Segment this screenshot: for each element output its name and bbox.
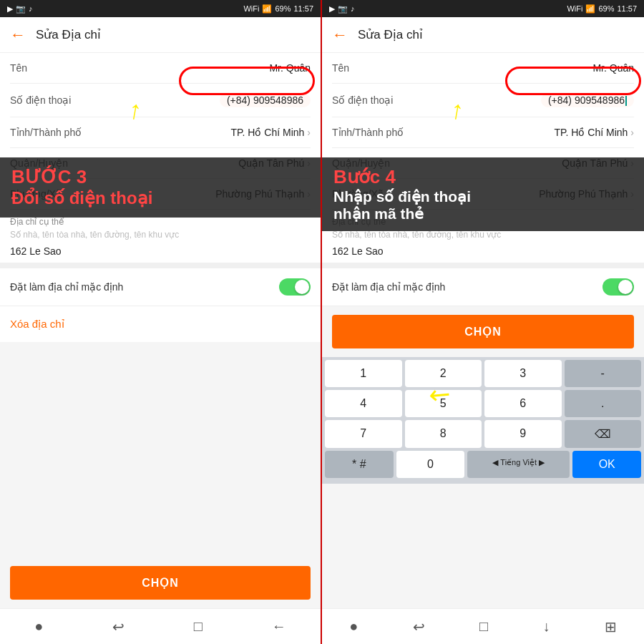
label-name-r: Tên — [332, 62, 349, 74]
address-value-left[interactable]: 162 Le Sao — [10, 243, 311, 260]
label-phone-r: Số điện thoại — [332, 94, 393, 106]
value-phone-r[interactable]: (+84) 909548986 — [541, 93, 634, 107]
status-icons-right-left: ▶ 📷 ♪ — [329, 4, 355, 14]
key-row-1: 1 2 3 - — [323, 360, 643, 387]
key-5[interactable]: 5 — [405, 390, 482, 417]
key-9[interactable]: 9 — [484, 420, 562, 448]
step4-overlay: Bước 4 Nhập số điện thoạinhận mã thẻ — [322, 157, 644, 231]
divider-right — [322, 263, 644, 268]
key-symbols[interactable]: * # — [325, 451, 394, 478]
screen-right: ▶ 📷 ♪ WiFi 📶 69% 11:57 ← Sửa Địa chỉ Tên… — [322, 0, 644, 644]
nav-back-right[interactable]: ↩ — [413, 618, 425, 635]
address-block-left: Địa chỉ cụ thể Số nhà, tên tòa nhà, tên … — [0, 210, 321, 263]
form-row-phone[interactable]: Số điện thoại (+84) 909548986 — [10, 84, 311, 117]
key-dash[interactable]: - — [565, 360, 642, 387]
page-title-right: Sửa Địa chỉ — [358, 27, 423, 42]
key-2[interactable]: 2 — [405, 360, 482, 387]
form-row-phone-r[interactable]: Số điện thoại (+84) 909548986 — [332, 84, 634, 117]
signal-icon-r: 📶 — [585, 4, 595, 14]
value-name: Mr. Quân — [269, 62, 311, 74]
camera-icon-r: 📷 — [338, 4, 348, 14]
nav-square-right[interactable]: □ — [479, 618, 488, 635]
page-title-left: Sửa Địa chỉ — [36, 27, 101, 42]
label-city: Tỉnh/Thành phố — [10, 127, 82, 138]
label-phone: Số điện thoại — [10, 94, 71, 106]
status-icons-right: WiFi 📶 69% 11:57 — [243, 4, 313, 14]
keyboard: 1 2 3 - 4 5 6 . 7 8 9 ⌫ * # 0 ◀ Tiếng Vi… — [322, 357, 644, 484]
nav-return-left[interactable]: ← — [272, 618, 286, 635]
toggle-switch-right[interactable] — [602, 278, 634, 296]
key-row-3: 7 8 9 ⌫ — [323, 420, 643, 448]
chevron-city: › — [307, 127, 311, 138]
value-name-r: Mr. Quân — [592, 62, 634, 74]
toggle-switch-left[interactable] — [279, 278, 311, 296]
bottom-nav-left: ● ↩ □ ← — [0, 608, 321, 644]
key-7[interactable]: 7 — [325, 420, 402, 448]
key-row-4: * # 0 ◀ Tiếng Việt ▶ OK — [323, 451, 643, 478]
play-icon: ▶ — [7, 4, 13, 14]
back-button-left[interactable]: ← — [10, 26, 26, 44]
wifi-icon-r: WiFi — [567, 4, 582, 13]
music-icon: ♪ — [29, 4, 33, 13]
bottom-nav-right: ● ↩ □ ↓ ⊞ — [322, 608, 644, 644]
step3-title: BƯỚC 3 — [11, 166, 309, 188]
toggle-row-left: Đặt làm địa chỉ mặc định — [0, 268, 321, 306]
key-row-2: 4 5 6 . — [323, 390, 643, 417]
form-row-name-r: Tên Mr. Quân — [332, 53, 634, 84]
address-value-right[interactable]: 162 Le Sao — [332, 243, 634, 260]
play-icon-r: ▶ — [329, 4, 335, 14]
status-icons-right-right: WiFi 📶 69% 11:57 — [567, 4, 637, 14]
toggle-label-left: Đặt làm địa chỉ mặc định — [10, 281, 123, 293]
choose-button-right[interactable]: CHỌN — [332, 315, 634, 348]
step3-overlay: BƯỚC 3 Đổi số điện thoại — [0, 157, 321, 218]
value-phone[interactable]: (+84) 909548986 — [220, 93, 311, 107]
step3-subtitle: Đổi số điện thoại — [11, 188, 309, 209]
status-bar-right: ▶ 📷 ♪ WiFi 📶 69% 11:57 — [322, 0, 644, 17]
label-city-r: Tỉnh/Thành phố — [332, 127, 404, 138]
nav-home-right[interactable]: ● — [349, 618, 358, 635]
camera-icon: 📷 — [16, 4, 26, 14]
address-placeholder-right: Số nhà, tên tòa nhà, tên đường, tên khu … — [332, 230, 634, 240]
chevron-city-r: › — [630, 127, 634, 138]
top-bar-right: ← Sửa Địa chỉ — [322, 17, 644, 53]
step4-subtitle: Nhập số điện thoạinhận mã thẻ — [333, 188, 633, 223]
wifi-icon: WiFi — [243, 4, 259, 13]
key-ok[interactable]: OK — [572, 451, 641, 478]
key-4[interactable]: 4 — [325, 390, 402, 417]
spacer-left — [0, 342, 321, 557]
delete-link[interactable]: Xóa địa chỉ — [0, 306, 321, 342]
key-6[interactable]: 6 — [484, 390, 562, 417]
value-city: TP. Hồ Chí Minh › — [230, 127, 311, 138]
key-0[interactable]: 0 — [396, 451, 465, 478]
nav-down-right[interactable]: ↓ — [542, 618, 550, 635]
time-display-r: 11:57 — [617, 4, 637, 13]
form-row-city[interactable]: Tỉnh/Thành phố TP. Hồ Chí Minh › — [10, 117, 311, 148]
screen-left: ▶ 📷 ♪ WiFi 📶 69% 11:57 ← Sửa Địa chỉ Tên… — [0, 0, 322, 644]
toggle-knob-right — [618, 280, 633, 294]
nav-grid-right[interactable]: ⊞ — [605, 618, 617, 635]
battery-text: 69% — [275, 4, 291, 13]
text-cursor — [625, 96, 627, 106]
toggle-row-right: Đặt làm địa chỉ mặc định — [322, 268, 644, 306]
time-display: 11:57 — [293, 4, 313, 13]
key-1[interactable]: 1 — [325, 360, 402, 387]
choose-button-left[interactable]: CHỌN — [10, 566, 311, 600]
status-icons-left: ▶ 📷 ♪ — [7, 4, 33, 14]
key-3[interactable]: 3 — [484, 360, 562, 387]
status-bar-left: ▶ 📷 ♪ WiFi 📶 69% 11:57 — [0, 0, 321, 17]
key-lang[interactable]: ◀ Tiếng Việt ▶ — [467, 451, 570, 478]
address-placeholder-left: Số nhà, tên tòa nhà, tên đường, tên khu … — [10, 230, 311, 240]
divider-left — [0, 263, 321, 268]
battery-text-r: 69% — [598, 4, 614, 13]
key-backspace[interactable]: ⌫ — [565, 420, 642, 448]
step4-title: Bước 4 — [333, 166, 633, 188]
back-button-right[interactable]: ← — [332, 26, 348, 44]
key-dot[interactable]: . — [565, 390, 642, 417]
form-row-city-r[interactable]: Tỉnh/Thành phố TP. Hồ Chí Minh › — [332, 117, 634, 148]
key-8[interactable]: 8 — [405, 420, 482, 448]
nav-square-left[interactable]: □ — [194, 618, 203, 635]
nav-back-left[interactable]: ↩ — [112, 618, 125, 635]
music-icon-r: ♪ — [351, 4, 355, 13]
label-name: Tên — [10, 62, 27, 74]
nav-home-left[interactable]: ● — [34, 618, 43, 635]
